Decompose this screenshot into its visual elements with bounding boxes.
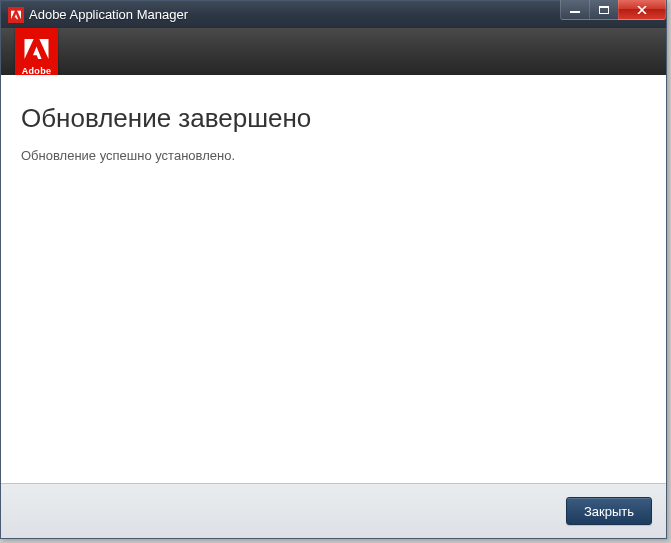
adobe-a-icon <box>23 37 50 61</box>
footer-bar: Закрыть <box>1 483 666 538</box>
window-controls <box>561 0 666 20</box>
maximize-icon <box>599 6 609 14</box>
adobe-logo: Adobe <box>15 28 58 81</box>
close-button[interactable]: Закрыть <box>566 497 652 525</box>
svg-rect-2 <box>599 6 609 8</box>
adobe-app-icon <box>8 7 24 23</box>
minimize-button[interactable] <box>560 0 590 20</box>
header-bar: Adobe <box>1 28 666 75</box>
close-icon <box>637 6 647 14</box>
svg-rect-0 <box>570 11 580 13</box>
content-area: Обновление завершено Обновление успешно … <box>1 75 666 483</box>
window-title: Adobe Application Manager <box>29 7 188 22</box>
status-message: Обновление успешно установлено. <box>21 148 646 163</box>
maximize-button[interactable] <box>589 0 619 20</box>
close-window-button[interactable] <box>618 0 666 20</box>
app-window: Adobe Application Manager Adobe Обновлен… <box>0 0 667 539</box>
page-heading: Обновление завершено <box>21 103 646 134</box>
titlebar: Adobe Application Manager <box>1 1 666 28</box>
minimize-icon <box>570 6 580 14</box>
